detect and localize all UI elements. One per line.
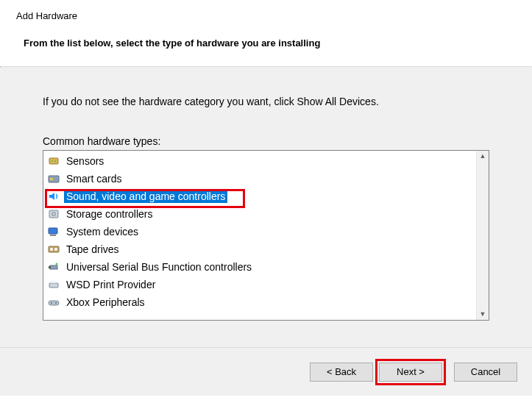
svg-rect-0 xyxy=(49,158,58,164)
list-label: Common hardware types: xyxy=(43,135,489,147)
list-item[interactable]: Universal Serial Bus Function controller… xyxy=(43,258,476,276)
svg-point-1 xyxy=(52,160,53,162)
list-item-label: WSD Print Provider xyxy=(64,278,157,291)
svg-point-19 xyxy=(51,302,52,304)
xbox-icon xyxy=(48,296,60,308)
list-item[interactable]: WSD Print Provider xyxy=(43,276,476,293)
scroll-up-icon[interactable]: ▲ xyxy=(480,153,486,160)
list-item-label: Sensors xyxy=(64,154,106,168)
page-heading: From the list below, select the type of … xyxy=(24,38,516,49)
list-item[interactable]: System devices xyxy=(43,223,476,240)
sound-icon xyxy=(48,190,60,202)
hardware-listbox[interactable]: SensorsSmart cardsSound, video and game … xyxy=(43,150,489,321)
svg-point-2 xyxy=(54,160,56,162)
svg-rect-4 xyxy=(50,178,53,180)
svg-rect-14 xyxy=(49,266,51,268)
svg-point-12 xyxy=(54,248,57,251)
svg-point-7 xyxy=(53,213,54,215)
footer: < Back Next > Cancel xyxy=(0,347,532,396)
tape-icon xyxy=(48,243,60,255)
list-item-label: Universal Serial Bus Function controller… xyxy=(64,260,254,274)
back-button[interactable]: < Back xyxy=(310,363,373,382)
usb-icon xyxy=(48,261,60,273)
svg-point-11 xyxy=(50,248,53,251)
list-item[interactable]: Smart cards xyxy=(43,170,476,188)
cancel-button[interactable]: Cancel xyxy=(454,363,517,382)
storage-icon xyxy=(48,208,60,220)
scrollbar[interactable]: ▲ ▼ xyxy=(476,151,489,320)
svg-point-20 xyxy=(55,302,57,304)
system-icon xyxy=(48,226,60,238)
svg-rect-18 xyxy=(49,301,59,305)
list-item[interactable]: Storage controllers xyxy=(43,205,476,223)
svg-rect-16 xyxy=(49,283,58,288)
list-item-label: System devices xyxy=(64,225,141,238)
next-button[interactable]: Next > xyxy=(379,363,442,382)
list-item[interactable]: Tape drives xyxy=(43,240,476,258)
svg-point-15 xyxy=(56,263,58,265)
list-item-label: Smart cards xyxy=(64,172,124,185)
svg-rect-8 xyxy=(49,228,57,234)
list-item[interactable]: Xbox Peripherals xyxy=(43,293,476,311)
list-item-label: Xbox Peripherals xyxy=(64,296,147,309)
window-title: Add Hardware xyxy=(16,10,516,21)
list-item-label: Tape drives xyxy=(64,243,121,256)
list-item-label: Storage controllers xyxy=(64,207,155,221)
content-area: If you do not see the hardware category … xyxy=(0,68,532,347)
smartcard-icon xyxy=(48,173,60,185)
svg-rect-13 xyxy=(50,265,57,269)
list-item[interactable]: Sensors xyxy=(43,152,476,170)
sensors-icon xyxy=(48,155,60,167)
svg-rect-9 xyxy=(50,235,56,236)
scroll-down-icon[interactable]: ▼ xyxy=(480,311,486,318)
svg-rect-17 xyxy=(51,281,57,283)
hint-text: If you do not see the hardware category … xyxy=(43,96,489,107)
wsd-icon xyxy=(48,279,60,290)
list-item-label: Sound, video and game controllers xyxy=(64,190,227,203)
list-item[interactable]: Sound, video and game controllers xyxy=(43,188,476,205)
